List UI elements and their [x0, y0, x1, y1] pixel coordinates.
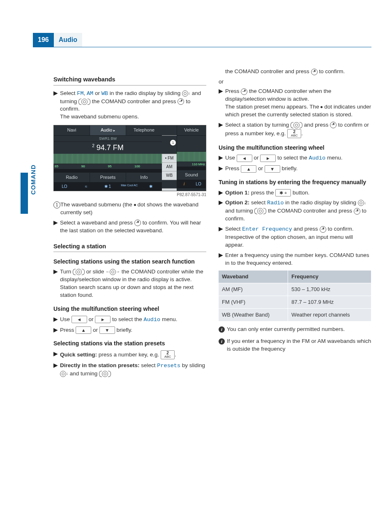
- rs-submenu-item: AM: [162, 163, 177, 171]
- text: The station preset menu appears. The: [225, 104, 321, 110]
- info-note: i You can only enter currently permitted…: [219, 326, 371, 333]
- step: ▶ Turn or slide ←→ the COMAND controller…: [53, 268, 206, 299]
- step: ▶ Select a waveband and press to confirm…: [53, 219, 206, 235]
- rs-footer: ≈: [76, 183, 97, 191]
- radio-screenshot: Navi Audio ▸ Telephone SWR1 BW 2 94.7 FM…: [53, 125, 206, 191]
- down-arrow-key: ▼: [265, 165, 280, 173]
- step: ▶ Select Enter Frequency and press to co…: [219, 225, 371, 249]
- step: ▶ Press ▲ or ▼ briefly.: [219, 165, 371, 173]
- header-rule: [82, 33, 371, 47]
- left-arrow-key: ◄: [237, 155, 252, 162]
- side-tab: [21, 173, 28, 214]
- rs-footer: LO: [54, 183, 76, 191]
- turn-right-icon: [263, 208, 266, 214]
- menu-enter-frequency: Enter Frequency: [242, 226, 292, 232]
- table-cell: WB (Weather Band): [219, 309, 288, 322]
- right-arrow-key: ►: [95, 316, 111, 323]
- subheading-multifunction: Using the multifunction steering wheel: [53, 305, 206, 313]
- controller-icon: [182, 90, 188, 97]
- rs-footer: Max Cool AC: [119, 183, 141, 191]
- table-cell: 530 – 1,700 kHz: [288, 283, 371, 296]
- left-arrow-key: ◄: [71, 316, 87, 323]
- menu-wb: WB: [101, 90, 108, 97]
- right-column: the COMAND controller and press to confi…: [219, 68, 371, 380]
- controller-icon: [81, 99, 88, 105]
- step: ▶ Directly in the station presets: selec…: [53, 362, 206, 378]
- callout-1-icon: 1: [53, 201, 60, 208]
- left-column: Switching wavebands ▶ Select FM, AM or W…: [53, 68, 206, 380]
- turn-right-icon: [108, 371, 111, 377]
- info-note: i If you enter a frequency in the FM or …: [219, 338, 371, 353]
- controller-icon: [60, 371, 66, 377]
- text: by sliding: [182, 362, 205, 368]
- text: Turn: [60, 268, 73, 275]
- page-title: Audio: [54, 33, 82, 47]
- press-icon: [330, 122, 337, 128]
- menu-presets: Presets: [157, 363, 180, 369]
- text: the COMAND controller and press: [92, 98, 178, 104]
- text: or slide: [86, 268, 106, 275]
- step: ▶ Option 1: press the ✱ + button.: [219, 189, 371, 197]
- rs-bottom-tab: Info: [126, 173, 162, 183]
- info-icon: i: [219, 326, 225, 333]
- number-key-2: 2ABC: [161, 350, 175, 359]
- page-number: 196: [33, 33, 54, 47]
- text: Select a station by turning: [225, 122, 291, 128]
- rs-waveband-submenu: 1 • FM AM WB: [162, 125, 177, 191]
- rs-bottom-tab: Presets: [90, 173, 126, 183]
- controller-icon: [102, 371, 108, 377]
- press-icon: [354, 208, 360, 215]
- text: and turning: [225, 208, 254, 214]
- heading-switching-wavebands: Switching wavebands: [53, 75, 206, 85]
- rs-submenu-item: • FM: [162, 154, 177, 163]
- menu-audio: Audio: [309, 155, 326, 161]
- table-header: Waveband: [219, 271, 288, 283]
- rs-station-name: SWR1 BW: [54, 136, 162, 142]
- turn-left-icon: [73, 269, 76, 275]
- rs-tab: Telephone: [126, 125, 162, 135]
- text: Irrespective of the option chosen, an in…: [225, 234, 353, 248]
- menu-fm: FM: [77, 90, 83, 97]
- text: The waveband submenu opens.: [60, 113, 139, 120]
- note-text: If you enter a frequency in the FM or AM…: [227, 338, 371, 353]
- step: ▶ Press ▲ or ▼ briefly.: [53, 326, 206, 334]
- controller-icon: [76, 269, 82, 275]
- step: ▶ Option 2: select Radio in the radio di…: [219, 199, 371, 223]
- press-icon: [311, 69, 318, 75]
- text: or: [258, 165, 265, 171]
- text: Select a waveband and press: [60, 220, 134, 226]
- up-arrow-key: ▲: [76, 326, 91, 334]
- text: or: [254, 155, 261, 161]
- press-icon: [320, 226, 326, 233]
- text-bold: Directly in the station presets:: [60, 362, 140, 368]
- text: press a number key, e.g.: [99, 352, 161, 358]
- step: ▶ Press the COMAND controller when the d…: [219, 88, 371, 119]
- table-header: Frequency: [288, 271, 371, 283]
- turn-left-icon: [99, 371, 102, 377]
- text: to confirm.: [319, 68, 345, 74]
- rs-footer: ✱: [140, 183, 162, 191]
- subheading-multifunction: Using the multifunction steering wheel: [219, 144, 371, 152]
- text: to select the: [277, 155, 309, 161]
- text: select: [141, 362, 157, 368]
- number-key-2: 2ABC: [287, 129, 301, 138]
- table-row: WB (Weather Band) Weather report channel…: [219, 309, 371, 322]
- text: Press: [225, 165, 241, 171]
- menu-am: AM: [87, 90, 93, 97]
- rs-scale-labels: 85 90 95 100: [54, 164, 162, 169]
- table-header-row: Waveband Frequency: [219, 271, 371, 283]
- menu-radio: Radio: [267, 200, 284, 206]
- turn-left-icon: [78, 99, 81, 105]
- text: Press: [60, 327, 76, 333]
- text: button.: [293, 190, 309, 196]
- rs-frequency: 2 94.7 FM: [54, 142, 162, 154]
- up-arrow-key: ▲: [241, 165, 256, 173]
- turn-right-icon: [88, 99, 90, 105]
- text: Press: [225, 88, 241, 94]
- rs-scale: [177, 152, 206, 162]
- text-bold: Option 2:: [225, 199, 249, 206]
- table-cell: Weather report channels: [288, 309, 371, 322]
- note-text: You can only enter currently permitted n…: [227, 326, 345, 333]
- or-separator: or: [219, 78, 371, 86]
- rs-tab-active: Audio ▸: [90, 125, 126, 135]
